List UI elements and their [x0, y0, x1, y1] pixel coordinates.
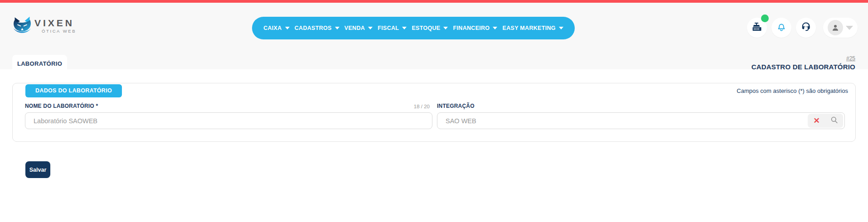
clear-x-icon: ✕	[813, 117, 820, 125]
nav-item-label: CAIXA	[263, 25, 281, 31]
integracao-input[interactable]	[437, 112, 845, 129]
field-nome-do-laboratorio: NOME DO LABORATÓRIO * 18 / 20	[25, 102, 432, 129]
main-content: DADOS DO LABORATÓRIO Campos com asterisc…	[0, 69, 868, 222]
nav-item-label: FISCAL	[378, 25, 399, 31]
required-fields-note: Campos com asterisco (*) são obrigatório…	[737, 87, 848, 94]
nome-input[interactable]	[25, 112, 432, 129]
page: VIXEN ÓTICA WEB CAIXA CADASTROS VENDA FI…	[0, 0, 868, 222]
search-icon	[830, 116, 839, 126]
chevron-down-icon	[846, 26, 853, 30]
fox-logo-icon	[12, 16, 33, 34]
brand-subtitle: ÓTICA WEB	[34, 29, 76, 34]
nav-item-cadastros[interactable]: CADASTROS	[295, 25, 339, 31]
notifications-button[interactable]	[771, 18, 791, 38]
nav-item-financeiro[interactable]: FINANCEIRO	[453, 25, 498, 31]
nav-item-label: FINANCEIRO	[453, 25, 490, 31]
clear-button[interactable]: ✕	[808, 114, 825, 128]
brand-logo[interactable]: VIXEN ÓTICA WEB	[12, 16, 76, 34]
nav-item-label: EASY MARKETING	[503, 25, 556, 31]
field-integracao: INTEGRAÇÃO ✕	[437, 102, 845, 129]
cash-register-icon	[752, 21, 762, 34]
chevron-down-icon	[559, 27, 563, 29]
brand-text: VIXEN ÓTICA WEB	[34, 19, 76, 34]
chevron-down-icon	[402, 27, 407, 29]
cash-register-button[interactable]	[747, 18, 767, 38]
search-button[interactable]	[825, 114, 843, 128]
header-icon-group	[747, 16, 858, 39]
nav-item-easy-marketing[interactable]: EASY MARKETING	[503, 25, 563, 31]
nav-item-label: ESTOQUE	[412, 25, 440, 31]
main-nav: CAIXA CADASTROS VENDA FISCAL ESTOQUE FIN…	[252, 17, 575, 39]
integracao-actions: ✕	[808, 114, 843, 128]
headset-icon	[800, 21, 812, 34]
laboratory-form-card: DADOS DO LABORATÓRIO Campos com asterisc…	[12, 83, 856, 142]
chevron-down-icon	[285, 27, 290, 29]
nav-item-label: VENDA	[344, 25, 365, 31]
nav-item-caixa[interactable]: CAIXA	[263, 25, 289, 31]
avatar	[828, 20, 843, 35]
brand-name: VIXEN	[34, 19, 76, 28]
nav-item-venda[interactable]: VENDA	[344, 25, 373, 31]
chevron-down-icon	[335, 27, 339, 29]
page-header: #25 CADASTRO DE LABORATÓRIO	[752, 54, 855, 71]
nome-label: NOME DO LABORATÓRIO *	[25, 103, 98, 109]
account-menu-button[interactable]	[823, 18, 858, 38]
integracao-label: INTEGRAÇÃO	[437, 103, 475, 109]
nav-item-label: CADASTROS	[295, 25, 332, 31]
chevron-down-icon	[493, 27, 497, 29]
chevron-down-icon	[368, 27, 373, 29]
chevron-down-icon	[443, 27, 448, 29]
record-number-link[interactable]: #25	[846, 55, 855, 62]
save-button[interactable]: Salvar	[25, 161, 50, 178]
nav-item-fiscal[interactable]: FISCAL	[378, 25, 407, 31]
header: VIXEN ÓTICA WEB CAIXA CADASTROS VENDA FI…	[0, 3, 868, 69]
status-online-badge	[761, 14, 769, 22]
section-badge: DADOS DO LABORATÓRIO	[25, 84, 122, 97]
nav-item-estoque[interactable]: ESTOQUE	[412, 25, 448, 31]
support-button[interactable]	[796, 18, 816, 38]
char-count: 18 / 20	[414, 104, 432, 109]
bell-icon	[776, 21, 787, 34]
